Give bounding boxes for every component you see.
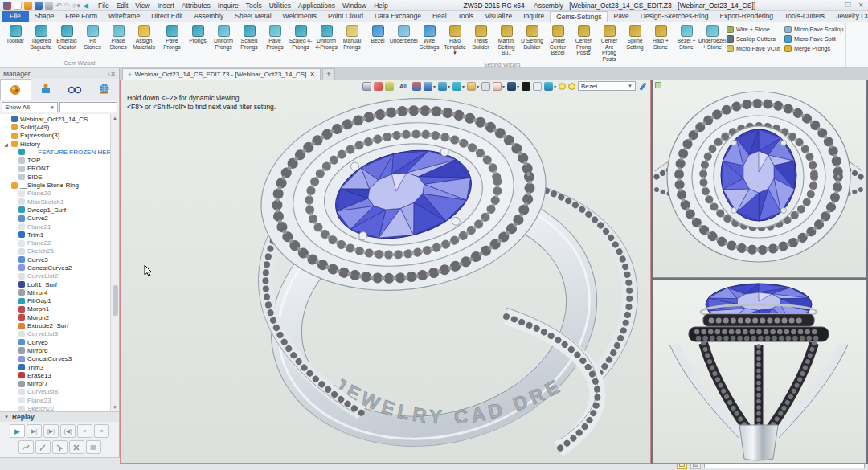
center-arc-prong-posts-button[interactable]: Center Arc Prong Posts [596, 23, 622, 62]
ribbon-tab-sheet-metal[interactable]: Sheet Metal [229, 11, 276, 22]
tree-item-sketch21[interactable]: Sketch21 [0, 247, 110, 255]
tree-item-expression-3[interactable]: ›Expression(3) [0, 132, 110, 140]
top-view-panel[interactable] [653, 80, 866, 278]
micro-pave-scallop-button[interactable]: Micro Pave Scallop [783, 26, 845, 33]
new-file-icon[interactable] [14, 2, 22, 10]
martini-setting-button[interactable]: Martini Setting Bu.. [493, 23, 519, 56]
tree-expander-icon[interactable]: › [3, 183, 9, 188]
side-view-panel[interactable] [653, 280, 866, 464]
replay-screen-button[interactable] [86, 440, 101, 454]
ribbon-tab-inquire[interactable]: Inquire [518, 11, 550, 22]
emerald-creator-button[interactable]: Emerald Creator [54, 23, 80, 50]
u-setting-builder-button[interactable]: U Setting Builder [519, 23, 545, 50]
tree-item-curvelist3[interactable]: CurveList3 [0, 330, 110, 338]
tree-item-plane23[interactable]: Plane23 [0, 396, 110, 404]
tree-item-curve3[interactable]: Curve3 [0, 255, 110, 264]
tree-item-solid-449[interactable]: ›Solid(449) [0, 123, 110, 131]
tree-item-sweep1-surf[interactable]: Sweep1_Surf [0, 206, 110, 214]
eraser-icon[interactable] [374, 82, 383, 91]
menu-file[interactable]: File [98, 2, 109, 10]
tree-item-plane21[interactable]: Plane21 [0, 223, 110, 231]
redo-icon[interactable]: ↷ [64, 2, 71, 10]
replay-pick-button[interactable] [52, 440, 68, 454]
ribbon-tab-point-cloud[interactable]: Point Cloud [322, 11, 369, 22]
toolbar-button[interactable]: Toolbar [2, 23, 28, 44]
ribbon-tab-direct-edit[interactable]: Direct Edit [145, 11, 188, 22]
doc-tab-close-icon[interactable]: ✕ [309, 71, 315, 78]
bezel-button[interactable]: Bezel [365, 23, 391, 44]
tree-item-webinar-oct23-14-cs[interactable]: Webinar_Oct23_14_CS [0, 115, 110, 123]
spline-setting-button[interactable]: Spline Setting [622, 23, 648, 50]
replay-fast-forward-button[interactable]: » [77, 424, 92, 438]
tree-scrollbar[interactable]: ▲ ▼ [110, 114, 119, 411]
background-icon[interactable] [467, 82, 476, 91]
tree-item-sketch22[interactable]: Sketch22 [0, 404, 110, 411]
ribbon-tab-export-rendering[interactable]: Export-Rendering [714, 11, 779, 22]
fit-stones-button[interactable]: Fit Stones [80, 23, 105, 50]
align-view-icon[interactable] [493, 82, 502, 91]
ribbon-tab-free-form[interactable]: Free Form [59, 11, 103, 22]
micro-pave-vcut-button[interactable]: Micro Pave VCut [725, 45, 781, 52]
tree-item-plane20[interactable]: Plane20 [0, 190, 110, 198]
restore-button[interactable]: ❐ [844, 2, 852, 9]
tree-expander-icon[interactable]: › [3, 133, 9, 138]
ribbon-tab-pave[interactable]: Pave [608, 11, 634, 22]
shade-mode-icon[interactable] [424, 82, 432, 91]
menu-tools[interactable]: Tools [246, 2, 262, 10]
pick-filter-icon[interactable]: ◀ [83, 2, 88, 10]
wireframe-mode-icon[interactable] [438, 82, 447, 91]
uniform-4prongs-button[interactable]: Uniform 4-Prongs [313, 23, 339, 50]
bezel-stone-button[interactable]: Bezel + Stone [674, 23, 699, 50]
replay-collapse-icon[interactable]: ▼ [4, 415, 9, 419]
tree-item-morph1[interactable]: Morph1 [0, 305, 110, 313]
document-tab[interactable]: + Webinar_Oct23_14_CS_EDIT.Z3 - [Webinar… [122, 68, 321, 80]
replay-curve-button[interactable] [18, 440, 34, 454]
micro-pave-split-button[interactable]: Micro Pave Split [783, 35, 845, 43]
tree-item-morph2[interactable]: Morph2 [0, 313, 110, 321]
tree-item-mirror4[interactable]: Mirror4 [0, 288, 110, 296]
ribbon-tab-shape[interactable]: Shape [29, 11, 60, 22]
tree-item-single-stone-ring[interactable]: ›__Single Stone Ring [0, 181, 110, 189]
stone-filter-icon[interactable] [568, 83, 575, 90]
place-stones-button[interactable]: Place Stones [105, 23, 131, 50]
menu-applications[interactable]: Applications [298, 2, 335, 10]
assign-materials-button[interactable]: Assign Materials [131, 23, 157, 50]
pave-prongs2-button[interactable]: Pave Prongs [262, 23, 288, 50]
zoom-window-icon[interactable] [481, 82, 490, 91]
minimize-button[interactable]: — [831, 2, 839, 9]
ribbon-tab-wireframe[interactable]: Wireframe [103, 11, 145, 22]
tree-item-concatcurves3[interactable]: ConcatCurves3 [0, 355, 110, 363]
tree-item-curve5[interactable]: Curve5 [0, 338, 110, 346]
menu-edit[interactable]: Edit [117, 2, 129, 10]
view-cube-icon[interactable] [452, 82, 461, 91]
wire-stone-button[interactable]: Wire + Stone [725, 26, 781, 33]
tree-item-fillgap1[interactable]: FillGap1 [0, 297, 110, 305]
under-center-bezel-button[interactable]: Under Center Bezel [545, 23, 571, 56]
menu-help[interactable]: Help [374, 2, 387, 10]
ribbon-tab-tools[interactable]: Tools [452, 11, 480, 22]
tree-item-curve2[interactable]: Curve2 [0, 215, 110, 223]
merge-prongs-button[interactable]: Merge Prongs [783, 45, 845, 52]
manual-prongs-button[interactable]: Manual Prongs [339, 23, 365, 50]
notebook-icon[interactable] [362, 82, 371, 91]
ribbon-tab-heal[interactable]: Heal [427, 11, 452, 22]
menu-insert[interactable]: Insert [158, 2, 174, 10]
manager-tab-assembly[interactable] [31, 79, 61, 100]
lightbulb-icon[interactable] [559, 83, 566, 90]
scallop-cutters-button[interactable]: Scallop Cutters [725, 35, 781, 43]
tree-item-mirror6[interactable]: Mirror6 [0, 346, 110, 354]
menu-attributes[interactable]: Attributes [182, 2, 211, 10]
ribbon-tab-assembly[interactable]: Assembly [188, 11, 229, 22]
filter-all-dropdown[interactable]: All [396, 83, 410, 90]
pen-icon[interactable] [638, 81, 647, 91]
tree-item-curvelist8[interactable]: CurveList8 [0, 388, 110, 396]
scroll-down-icon[interactable]: ▼ [113, 403, 117, 411]
tree-item-side[interactable]: SIDE [0, 173, 110, 181]
tree-item-top[interactable]: TOP [0, 156, 110, 164]
ribbon-tab-weldments[interactable]: Weldments [277, 11, 322, 22]
scrollbar-thumb[interactable] [113, 285, 118, 316]
tree-item-trim3[interactable]: Trim3 [0, 363, 110, 371]
tree-item-front[interactable]: FRONT [0, 165, 110, 173]
underbezel-button[interactable]: Underbezel [391, 23, 416, 44]
print-icon[interactable] [45, 2, 53, 10]
